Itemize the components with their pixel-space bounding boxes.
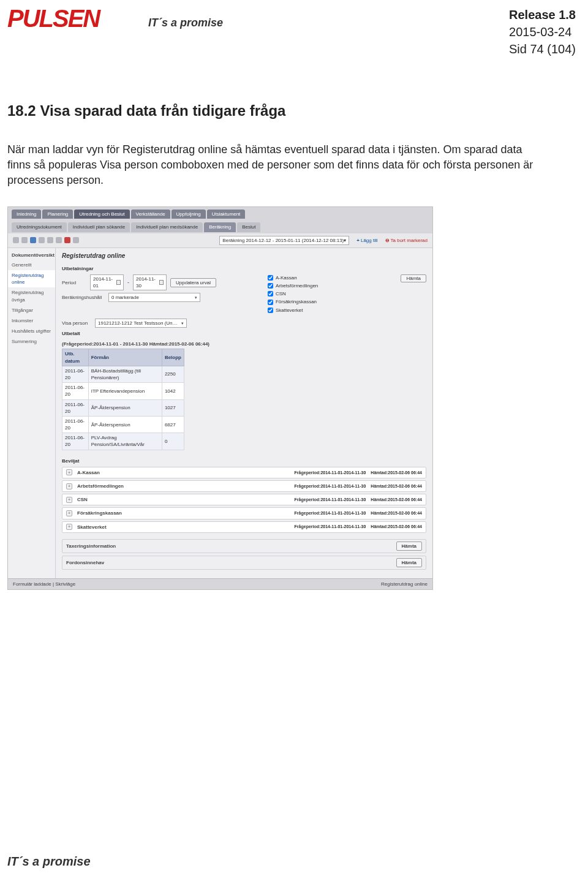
chk-skatteverket[interactable]: Skatteverket <box>268 307 318 314</box>
fordonsinnehav-row: Fordonsinnehav Hämta <box>62 556 426 570</box>
toolbar-icon-3[interactable] <box>30 237 36 243</box>
panel-title: Registerutdrag online <box>62 252 426 260</box>
utbetalt-table: Utb. datum Förmån Belopp 2011-06-20BÄH-B… <box>62 349 184 450</box>
th-forman: Förmån <box>88 349 162 366</box>
chk-forsakringskassan[interactable]: Försäkringskassan <box>268 298 318 305</box>
calculation-select-value: Beräkning 2014-12-12 - 2015-01-11 (2014-… <box>222 237 344 244</box>
toolbar-icon-5[interactable] <box>47 237 53 243</box>
expand-icon[interactable]: + <box>66 497 72 503</box>
tab-verkstallande[interactable]: Verkställande <box>131 210 170 219</box>
side-item-registerutdrag-online[interactable]: Registerutdrag online <box>8 270 55 287</box>
bev-row-csn[interactable]: +CSNFrågeperiod:2014-11-01-2014-11-30Häm… <box>62 494 426 505</box>
expand-icon[interactable]: + <box>66 524 72 530</box>
fraga-note: (Frågeperiod:2014-11-01 - 2014-11-30 Häm… <box>62 341 426 347</box>
toolbar-icon-8[interactable] <box>73 237 79 243</box>
visa-person-label: Visa person <box>62 320 91 327</box>
th-belopp: Belopp <box>162 349 184 366</box>
date-to-input[interactable]: 2014-11-30 <box>133 274 167 290</box>
subtab-indplan-medsokande[interactable]: Individuell plan medsökande <box>131 222 203 232</box>
tab-utredning-beslut[interactable]: Utredning och Beslut <box>74 210 129 219</box>
logo-block: PULSEN IT´s a promise <box>7 6 223 33</box>
main-panel: Registerutdrag online Utbetalningar Peri… <box>56 248 432 578</box>
subtab-berakning[interactable]: Beräkning <box>204 222 236 232</box>
table-row[interactable]: 2011-06-20PLV-Avdrag Pension/SA/Livränta… <box>62 433 184 450</box>
source-checkboxes: A-Kassan Arbetsförmedlingen CSN Försäkri… <box>268 274 318 314</box>
toolbar-icon-4[interactable] <box>39 237 45 243</box>
toolbar-icon-6[interactable] <box>56 237 62 243</box>
visa-person-combo[interactable]: 19121212-1212 Test Testsson (Unknown)▾ <box>95 319 187 328</box>
plus-icon: + <box>356 238 360 243</box>
svg-text:PULSEN: PULSEN <box>7 6 101 32</box>
btn-hamta-fordon[interactable]: Hämta <box>396 558 422 567</box>
berakningshushall-select[interactable]: 0 markerade▾ <box>108 293 200 302</box>
side-item-summering[interactable]: Summering <box>8 336 55 347</box>
subtab-beslut[interactable]: Beslut <box>237 222 260 232</box>
toolbar-icon-1[interactable] <box>13 237 19 243</box>
toolbar-icon-7[interactable] <box>64 237 70 243</box>
link-add[interactable]: +Lägg till <box>356 237 377 244</box>
utbetalningar-title: Utbetalningar <box>62 265 426 272</box>
app-footer-bar: Formulär laddade | Skrivläge Registerutd… <box>8 578 432 589</box>
utbetalt-label: Utbetalt <box>62 330 426 337</box>
footer-view-name: Registerutdrag online <box>381 581 428 587</box>
app-screenshot: Inledning Planering Utredning och Beslut… <box>7 206 433 590</box>
btn-hamta-utbetalningar[interactable]: Hämta <box>401 274 426 282</box>
table-row[interactable]: 2011-06-20ITP Efterlevandepension1042 <box>62 383 184 399</box>
tab-uppfoljning[interactable]: Uppfoljning <box>172 210 206 219</box>
pulsen-logo: PULSEN <box>7 6 142 33</box>
side-item-generellt[interactable]: Generellt <box>8 260 55 270</box>
chevron-down-icon: ▾ <box>195 295 197 301</box>
subtab-indplan-sokande[interactable]: Individuell plan sökande <box>68 222 130 232</box>
section-heading: 18.2 Visa sparad data från tidigare fråg… <box>7 100 576 121</box>
expand-icon[interactable]: + <box>66 483 72 489</box>
toolbar: Beräkning 2014-12-12 - 2015-01-11 (2014-… <box>8 233 432 248</box>
tabs-row-1: Inledning Planering Utredning och Beslut… <box>8 207 432 220</box>
side-item-tillgangar[interactable]: Tillgångar <box>8 305 55 315</box>
chk-akassan[interactable]: A-Kassan <box>268 274 318 281</box>
period-label: Period <box>62 279 86 286</box>
side-item-inkomster[interactable]: Inkomster <box>8 315 55 326</box>
tab-planering[interactable]: Planering <box>42 210 73 219</box>
side-item-registerutdrag-ovriga[interactable]: Registerutdrag övriga <box>8 287 55 304</box>
berakningshushall-label: Beräkningshushåll <box>62 294 105 301</box>
link-remove[interactable]: ⊖Ta bort markerad <box>385 237 428 244</box>
table-row[interactable]: 2011-06-20ÅP-Ålderspension1027 <box>62 399 184 416</box>
toolbar-icon-2[interactable] <box>21 237 28 243</box>
release-date: 2015-03-24 <box>509 23 576 40</box>
fordonsinnehav-label: Fordonsinnehav <box>66 559 104 566</box>
minus-icon: ⊖ <box>385 238 390 243</box>
body-paragraph: När man laddar vyn för Registerutdrag on… <box>7 142 546 189</box>
tagline: IT´s a promise <box>148 15 223 31</box>
bev-row-forsakringskassan[interactable]: +FörsäkringskassanFrågeperiod:2014-11-01… <box>62 507 426 519</box>
tabs-row-2: Utredningsdokument Individuell plan söka… <box>8 220 432 233</box>
date-from-input[interactable]: 2014-11-01 <box>90 274 124 290</box>
subtab-utredningsdokument[interactable]: Utredningsdokument <box>12 222 67 232</box>
chk-csn[interactable]: CSN <box>268 290 318 297</box>
table-row[interactable]: 2011-06-20ÅP-Ålderspension6827 <box>62 416 184 432</box>
bev-row-akassan[interactable]: +A-KassanFrågeperiod:2014-11-01-2014-11-… <box>62 467 426 478</box>
tab-utslakument[interactable]: Utslaktument <box>207 210 246 219</box>
release-page: Sid 74 (104) <box>509 40 576 58</box>
beviljat-title: Beviljat <box>62 458 426 464</box>
chk-arbetsformedlingen[interactable]: Arbetsförmedlingen <box>268 282 318 289</box>
expand-icon[interactable]: + <box>66 469 72 475</box>
taxeringsinformation-label: Taxeringsinformation <box>66 543 116 549</box>
release-block: Release 1.8 2015-03-24 Sid 74 (104) <box>509 6 576 58</box>
chevron-down-icon: ▾ <box>181 320 184 327</box>
expand-icon[interactable]: + <box>66 510 72 516</box>
calendar-icon <box>116 280 121 285</box>
bev-row-arbetsformedlingen[interactable]: +ArbetsförmedlingenFrågeperiod:2014-11-0… <box>62 480 426 492</box>
calculation-select[interactable]: Beräkning 2014-12-12 - 2015-01-11 (2014-… <box>219 236 349 245</box>
side-item-hushallets-utgifter[interactable]: Hushållets utgifter <box>8 326 55 336</box>
table-row[interactable]: 2011-06-20BÄH-Bostadstillägg (till Pensi… <box>62 366 184 382</box>
sidebar-title: Dokumentöversikt <box>8 251 55 260</box>
calendar-icon <box>159 280 164 285</box>
tab-inledning[interactable]: Inledning <box>12 210 41 219</box>
th-datum: Utb. datum <box>62 349 89 366</box>
footer-status: Formulär laddade | Skrivläge <box>13 581 75 587</box>
bev-row-skatteverket[interactable]: +SkatteverketFrågeperiod:2014-11-01-2014… <box>62 521 426 533</box>
btn-hamta-tax[interactable]: Hämta <box>396 542 422 551</box>
release-title: Release 1.8 <box>509 6 576 23</box>
taxeringsinformation-row: Taxeringsinformation Hämta <box>62 539 426 553</box>
btn-uppdatera-urval[interactable]: Uppdatera urval <box>170 278 216 287</box>
